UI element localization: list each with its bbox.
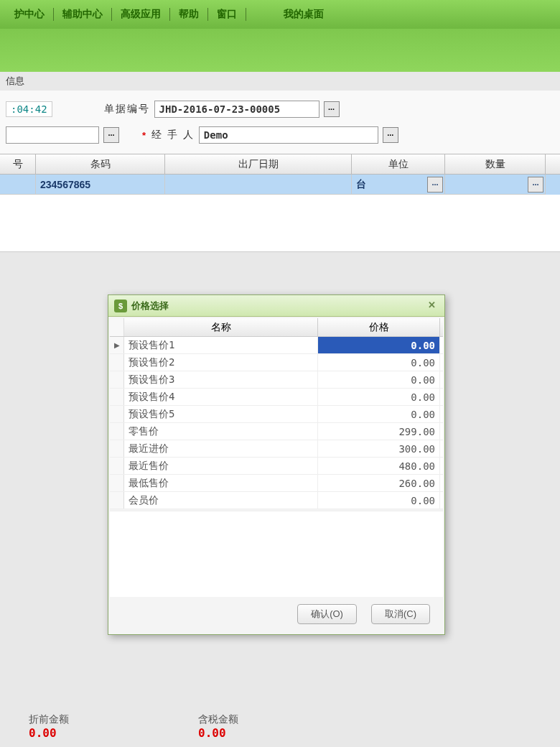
row-indicator-icon bbox=[110, 371, 124, 388]
indicator-header bbox=[110, 318, 124, 336]
price-grid: 名称 价格 ▶预设售价10.00预设售价20.00预设售价30.00预设售价40… bbox=[110, 318, 443, 509]
col-price[interactable]: 价格 bbox=[318, 318, 440, 336]
price-value-cell: 0.00 bbox=[318, 492, 440, 509]
price-name-cell: 最近售价 bbox=[124, 458, 318, 474]
row-indicator-icon: ▶ bbox=[110, 337, 124, 353]
price-name-cell: 最低售价 bbox=[124, 475, 318, 491]
totals-bar: 折前金额 0.00 含税金额 0.00 bbox=[0, 713, 560, 740]
price-row[interactable]: ▶预设售价10.00 bbox=[110, 337, 443, 354]
price-value-cell: 260.00 bbox=[318, 475, 440, 491]
price-grid-header: 名称 价格 bbox=[110, 318, 443, 337]
row-indicator-icon bbox=[110, 492, 124, 509]
row-indicator-icon bbox=[110, 440, 124, 457]
price-row[interactable]: 零售价299.00 bbox=[110, 423, 443, 440]
price-name-cell: 预设售价5 bbox=[124, 406, 318, 422]
price-name-cell: 会员价 bbox=[124, 492, 318, 509]
tax-incl-block: 含税金额 0.00 bbox=[198, 713, 238, 740]
tax-incl-label: 含税金额 bbox=[198, 713, 238, 726]
row-indicator-icon bbox=[110, 475, 124, 491]
dialog-titlebar[interactable]: $ 价格选择 ✕ bbox=[108, 295, 444, 317]
row-indicator-icon bbox=[110, 406, 124, 422]
price-select-dialog: $ 价格选择 ✕ 名称 价格 ▶预设售价10.00预设售价20.00预设售价30… bbox=[108, 294, 445, 635]
price-row[interactable]: 最近进价300.00 bbox=[110, 440, 443, 458]
money-bag-icon: $ bbox=[114, 300, 127, 312]
pre-discount-value: 0.00 bbox=[29, 726, 69, 740]
price-value-cell: 0.00 bbox=[318, 354, 440, 371]
price-value-cell: 300.00 bbox=[318, 440, 440, 457]
price-name-cell: 零售价 bbox=[124, 423, 318, 440]
price-row[interactable]: 会员价0.00 bbox=[110, 492, 443, 509]
price-name-cell: 最近进价 bbox=[124, 440, 318, 457]
dialog-footer: 确认(O) 取消(C) bbox=[108, 597, 444, 634]
price-value-cell: 0.00 bbox=[318, 406, 440, 422]
price-name-cell: 预设售价2 bbox=[124, 354, 318, 371]
pre-discount-label: 折前金额 bbox=[29, 713, 69, 726]
price-row[interactable]: 预设售价40.00 bbox=[110, 389, 443, 406]
dialog-title-text: 价格选择 bbox=[131, 300, 424, 312]
row-indicator-icon bbox=[110, 458, 124, 474]
dialog-mask: $ 价格选择 ✕ 名称 价格 ▶预设售价10.00预设售价20.00预设售价30… bbox=[0, 0, 560, 747]
close-icon[interactable]: ✕ bbox=[424, 300, 439, 312]
row-indicator-icon bbox=[110, 354, 124, 371]
price-value-cell: 0.00 bbox=[318, 389, 440, 405]
price-row[interactable]: 最近售价480.00 bbox=[110, 458, 443, 475]
price-row[interactable]: 预设售价20.00 bbox=[110, 354, 443, 371]
price-row[interactable]: 预设售价50.00 bbox=[110, 406, 443, 423]
pre-discount-block: 折前金额 0.00 bbox=[29, 713, 69, 740]
price-value-cell: 299.00 bbox=[318, 423, 440, 440]
price-row[interactable]: 预设售价30.00 bbox=[110, 371, 443, 389]
dialog-blank-area bbox=[110, 511, 443, 597]
price-row[interactable]: 最低售价260.00 bbox=[110, 475, 443, 492]
cancel-button[interactable]: 取消(C) bbox=[371, 604, 430, 624]
ok-button[interactable]: 确认(O) bbox=[297, 604, 357, 624]
tax-incl-value: 0.00 bbox=[198, 726, 238, 740]
price-value-cell: 0.00 bbox=[318, 371, 440, 388]
row-indicator-icon bbox=[110, 423, 124, 440]
price-value-cell: 0.00 bbox=[318, 337, 440, 353]
row-indicator-icon bbox=[110, 389, 124, 405]
col-name[interactable]: 名称 bbox=[124, 318, 318, 336]
price-name-cell: 预设售价3 bbox=[124, 371, 318, 388]
price-value-cell: 480.00 bbox=[318, 458, 440, 474]
price-name-cell: 预设售价1 bbox=[124, 337, 318, 353]
price-name-cell: 预设售价4 bbox=[124, 389, 318, 405]
